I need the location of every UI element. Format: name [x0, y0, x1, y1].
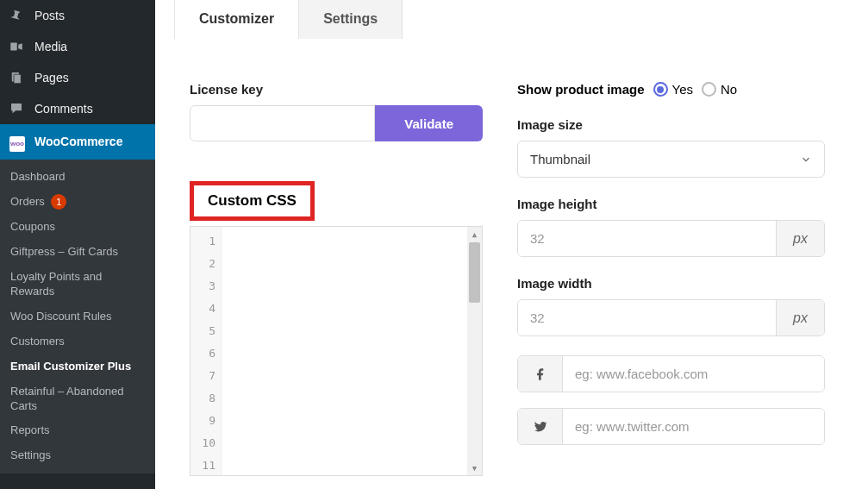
sidebar-label: Media	[34, 40, 67, 53]
image-height-label: Image height	[517, 197, 825, 211]
radio-unselected-icon	[702, 82, 716, 97]
orders-badge: 1	[51, 194, 66, 210]
submenu-coupons[interactable]: Coupons	[0, 215, 155, 240]
submenu-label: Orders	[10, 195, 45, 208]
main-panel: Customizer Settings License key Validate…	[155, 0, 868, 489]
code-body[interactable]	[222, 227, 467, 475]
sidebar-item-comments[interactable]: Comments	[0, 93, 155, 124]
custom-css-editor[interactable]: 1 2 3 4 5 6 7 8 9 10 11 ▲ ▼	[190, 226, 483, 476]
editor-scrollbar[interactable]: ▲ ▼	[467, 227, 482, 475]
pages-icon	[9, 70, 26, 85]
sidebar-label: Comments	[34, 102, 93, 116]
submenu-dashboard[interactable]: Dashboard	[0, 165, 155, 190]
scroll-down-icon[interactable]: ▼	[467, 461, 482, 475]
license-key-input[interactable]	[190, 105, 375, 141]
select-value: Thumbnail	[530, 152, 590, 166]
image-height-input[interactable]	[518, 221, 776, 256]
image-size-label: Image size	[517, 117, 825, 132]
tab-settings[interactable]: Settings	[299, 0, 403, 39]
woocommerce-submenu: Dashboard Orders 1 Coupons Giftpress – G…	[0, 160, 155, 474]
submenu-customers[interactable]: Customers	[0, 329, 155, 354]
show-product-image-label: Show product image	[517, 82, 645, 97]
unit-suffix: px	[776, 300, 824, 335]
facebook-input[interactable]	[563, 356, 824, 392]
facebook-field	[517, 355, 825, 392]
sidebar-label: Pages	[34, 71, 69, 85]
sidebar-item-woocommerce[interactable]: woo WooCommerce	[0, 124, 155, 160]
sidebar-item-media[interactable]: Media	[0, 31, 155, 62]
scroll-thumb[interactable]	[469, 242, 480, 303]
chevron-down-icon	[800, 154, 812, 166]
radio-no[interactable]: No	[702, 82, 737, 97]
admin-sidebar: Posts Media Pages Comments woo WooCommer…	[0, 0, 155, 489]
sidebar-item-posts[interactable]: Posts	[0, 0, 155, 31]
image-width-label: Image width	[517, 276, 825, 291]
validate-button[interactable]: Validate	[375, 105, 483, 141]
sidebar-item-pages[interactable]: Pages	[0, 62, 155, 93]
svg-rect-2	[14, 74, 21, 84]
submenu-orders[interactable]: Orders 1	[0, 189, 155, 215]
facebook-icon	[518, 356, 563, 392]
settings-tabs: Customizer Settings	[174, 0, 849, 39]
comments-icon	[9, 101, 26, 116]
submenu-reports[interactable]: Reports	[0, 418, 155, 443]
unit-suffix: px	[776, 221, 824, 256]
sidebar-label: WooCommerce	[34, 135, 122, 148]
pushpin-icon	[9, 8, 26, 23]
svg-rect-0	[10, 43, 17, 51]
submenu-giftpress[interactable]: Giftpress – Gift Cards	[0, 240, 155, 265]
submenu-retainful[interactable]: Retainful – Abandoned Carts	[0, 379, 155, 419]
image-width-input[interactable]	[518, 300, 776, 335]
radio-selected-icon	[653, 82, 668, 97]
twitter-icon	[518, 409, 563, 444]
scroll-up-icon[interactable]: ▲	[467, 227, 482, 241]
line-number-gutter: 1 2 3 4 5 6 7 8 9 10 11	[190, 227, 222, 475]
woocommerce-icon: woo	[9, 132, 26, 152]
custom-css-heading: Custom CSS	[190, 181, 315, 221]
image-size-select[interactable]: Thumbnail	[517, 141, 825, 178]
submenu-settings[interactable]: Settings	[0, 443, 155, 468]
submenu-loyalty[interactable]: Loyalty Points and Rewards	[0, 265, 155, 304]
media-icon	[9, 39, 26, 54]
radio-yes[interactable]: Yes	[653, 82, 693, 97]
tab-customizer[interactable]: Customizer	[174, 0, 299, 39]
license-key-label: License key	[190, 82, 483, 97]
sidebar-label: Posts	[34, 9, 65, 22]
twitter-input[interactable]	[563, 409, 824, 444]
submenu-email-customizer-plus[interactable]: Email Customizer Plus	[0, 354, 155, 379]
submenu-discount-rules[interactable]: Woo Discount Rules	[0, 304, 155, 329]
twitter-field	[517, 408, 825, 445]
